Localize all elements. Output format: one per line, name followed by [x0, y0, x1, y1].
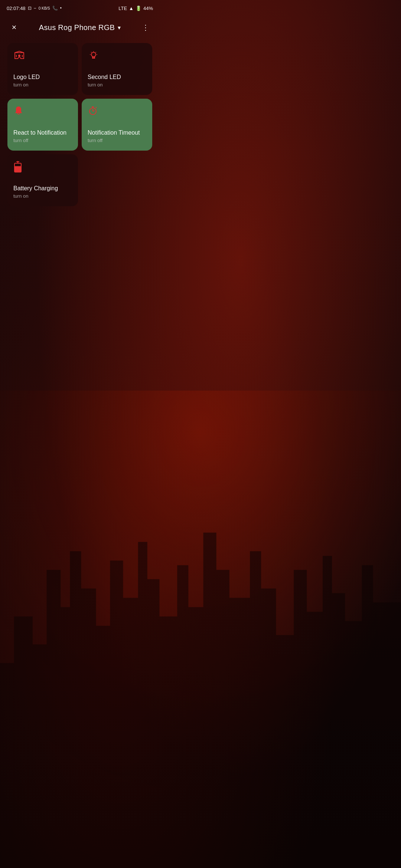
logo-led-text-block: Logo LED turn on: [13, 73, 72, 88]
logo-led-card[interactable]: Logo LED turn on: [7, 43, 78, 95]
react-notification-status: turn off: [13, 138, 72, 143]
logo-led-status: turn on: [13, 82, 72, 88]
bell-icon: [13, 105, 25, 117]
battery-charging-status: turn on: [13, 193, 72, 199]
notification-timeout-card[interactable]: Notification Timeout turn off: [82, 99, 152, 151]
svg-point-30: [91, 52, 96, 57]
second-led-name: Second LED: [88, 73, 146, 80]
cards-grid: Logo LED turn on Second: [0, 42, 160, 214]
overflow-menu-button[interactable]: ⋮: [139, 21, 152, 34]
notification-timeout-name: Notification Timeout: [88, 129, 146, 136]
second-led-status: turn on: [88, 82, 146, 88]
status-lte: LTE: [118, 6, 127, 11]
status-time: 02:07:48: [7, 6, 26, 11]
status-battery-icon: 🔋: [136, 6, 141, 11]
status-phone-icon: 📞: [52, 6, 58, 11]
battery-charging-card[interactable]: Battery Charging turn on: [7, 154, 78, 206]
status-right: LTE ▲ 🔋 44%: [118, 6, 153, 11]
svg-line-42: [96, 107, 97, 108]
status-bar: 02:07:48 ⊡ − 0 KB/S 📞 • LTE ▲ 🔋 44%: [0, 0, 160, 15]
lightbulb-icon: [88, 50, 100, 62]
svg-rect-44: [14, 166, 21, 172]
title-dropdown[interactable]: Asus Rog Phone RGB ▾: [39, 23, 121, 32]
svg-point-29: [18, 55, 20, 57]
second-led-text-block: Second LED turn on: [88, 73, 146, 88]
battery-charging-name: Battery Charging: [13, 185, 72, 192]
react-notification-name: React to Notification: [13, 129, 72, 136]
close-button[interactable]: ×: [7, 21, 21, 34]
second-led-card[interactable]: Second LED turn on: [82, 43, 152, 95]
timer-icon: [88, 105, 100, 117]
battery-icon: [13, 161, 25, 173]
chevron-down-icon: ▾: [118, 24, 121, 31]
react-notification-text-block: React to Notification turn off: [13, 129, 72, 143]
status-clipboard-icon: ⊡: [28, 6, 32, 11]
react-notification-card[interactable]: React to Notification turn off: [7, 99, 78, 151]
notification-timeout-status: turn off: [88, 138, 146, 143]
svg-line-34: [91, 52, 92, 53]
notification-timeout-text-block: Notification Timeout turn off: [88, 129, 146, 143]
app-title: Asus Rog Phone RGB: [39, 23, 115, 32]
status-battery-level: 44%: [143, 6, 153, 11]
svg-line-33: [96, 52, 97, 53]
status-left: 02:07:48 ⊡ − 0 KB/S 📞 •: [7, 6, 62, 11]
battery-charging-text-block: Battery Charging turn on: [13, 185, 72, 199]
status-minus-icon: −: [34, 6, 36, 11]
status-dot-icon: •: [60, 6, 62, 11]
status-speed: 0 KB/S: [39, 6, 50, 10]
app-header: × Asus Rog Phone RGB ▾ ⋮: [0, 15, 160, 42]
status-signal-icon: ▲: [129, 6, 134, 11]
rog-icon: [13, 50, 25, 62]
logo-led-name: Logo LED: [13, 73, 72, 80]
